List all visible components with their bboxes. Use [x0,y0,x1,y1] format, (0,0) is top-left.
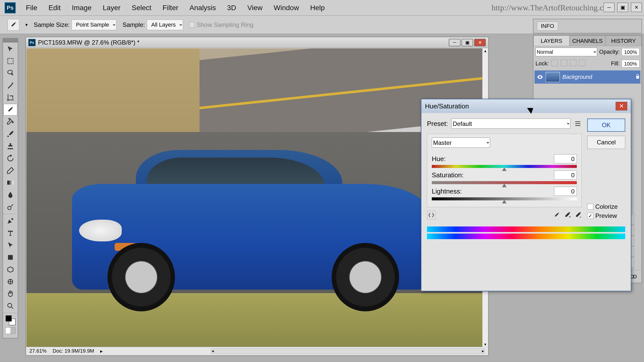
preview-checkbox[interactable]: ✓ [587,213,593,219]
menu-window[interactable]: Window [268,4,305,12]
doc-size-readout: Doc: 19.9M/19.9M [53,348,94,354]
win-close-icon[interactable]: ✕ [631,3,642,12]
slider-group: Master Hue: 0 Saturation: 0 [427,134,582,207]
color-swatches[interactable] [5,315,15,325]
channel-dropdown[interactable]: Master [432,138,490,148]
doc-restore-icon[interactable]: ▣ [461,39,473,46]
hue-value[interactable]: 0 [554,154,577,163]
menu-bar: Ps File Edit Image Layer Select Filter A… [0,0,644,16]
doc-close-icon[interactable]: ✕ [474,39,486,46]
gradient-tool-icon[interactable] [4,177,17,188]
lightness-value[interactable]: 0 [554,187,577,196]
eyedropper-plus-icon[interactable] [564,212,571,219]
blur-tool-icon[interactable] [4,189,17,201]
eyedropper-tool-icon[interactable] [4,104,17,116]
menu-filter[interactable]: Filter [157,4,184,12]
doc-minimize-icon[interactable]: ─ [449,39,460,46]
menu-edit[interactable]: Edit [43,4,66,12]
show-sampling-ring-checkbox[interactable] [189,22,195,28]
preview-label: Preview [595,212,617,219]
menu-3d[interactable]: 3D [222,4,242,12]
colorize-checkbox[interactable] [587,204,593,210]
win-minimize-icon[interactable]: ─ [603,3,615,12]
document-canvas[interactable] [26,48,482,347]
preset-label: Preset: [427,120,448,128]
healing-tool-icon[interactable] [4,116,17,128]
marquee-tool-icon[interactable] [4,55,17,67]
lightness-slider[interactable] [432,197,577,200]
info-tab[interactable]: INFO [537,22,558,31]
shape-tool-icon[interactable] [4,252,17,263]
saturation-slider[interactable] [432,181,577,184]
type-tool-icon[interactable] [4,227,17,239]
lock-transparent-icon[interactable] [551,60,558,66]
menu-analysis[interactable]: Analysis [184,4,221,12]
menu-image[interactable]: Image [66,4,97,12]
svg-rect-1 [7,181,13,185]
layer-row-background[interactable]: Background [534,70,640,84]
hand-tool-icon[interactable] [4,288,17,300]
menu-select[interactable]: Select [126,4,157,12]
win-restore-icon[interactable]: ▣ [617,3,628,12]
info-panel[interactable]: INFO [533,19,642,33]
current-tool-eyedropper-icon[interactable] [8,19,19,31]
ok-button[interactable]: OK [587,119,625,132]
scrubby-adjust-icon[interactable] [427,211,436,219]
crop-tool-icon[interactable] [4,92,17,103]
tab-layers[interactable]: LAYERS [533,35,569,46]
lock-pixels-icon[interactable] [561,60,567,66]
eyedropper-icon[interactable] [553,212,560,219]
path-select-icon[interactable] [4,239,17,251]
3d-tool-icon[interactable] [4,264,17,275]
fill-label: Fill: [611,60,620,67]
lock-label: Lock: [535,60,549,67]
saturation-label: Saturation: [432,171,464,179]
document-statusbar: 27.61% Doc: 19.9M/19.9M ▸ [26,347,488,355]
cancel-button[interactable]: Cancel [587,136,625,149]
sample-size-dropdown[interactable]: Point Sample [71,20,116,30]
preset-dropdown[interactable]: Default [451,119,570,129]
lasso-tool-icon[interactable] [4,67,17,79]
opacity-value[interactable]: 100% [622,48,639,56]
menu-layer[interactable]: Layer [97,4,126,12]
eraser-tool-icon[interactable] [4,165,17,176]
output-spectrum-bar [427,234,625,239]
sample-dropdown[interactable]: All Layers [147,20,183,30]
zoom-readout[interactable]: 27.61% [29,348,47,354]
dodge-tool-icon[interactable] [4,201,17,213]
menu-help[interactable]: Help [305,4,330,12]
menu-file[interactable]: File [20,4,43,12]
svg-point-2 [8,206,11,209]
lock-position-icon[interactable] [570,60,576,66]
horizontal-scrollbar[interactable] [211,349,485,354]
svg-point-5 [8,303,12,307]
move-tool-icon[interactable] [4,43,17,55]
layer-lock-icon [635,74,640,80]
wand-tool-icon[interactable] [4,80,17,91]
zoom-tool-icon[interactable] [4,300,17,312]
tab-channels[interactable]: CHANNELS [569,35,605,46]
brush-tool-icon[interactable] [4,128,17,140]
document-titlebar[interactable]: Ps PICT1593.MRW @ 27.6% (RGB/8*) * ─ ▣ ✕ [26,37,488,48]
layer-visibility-eye-icon[interactable] [534,74,546,80]
input-spectrum-bar [427,226,625,232]
tab-history[interactable]: HISTORY [605,35,641,46]
toolbox [3,38,18,338]
preset-menu-icon[interactable] [574,120,582,127]
blend-mode-dropdown[interactable]: Normal [535,48,597,56]
3d-camera-icon[interactable] [4,276,17,288]
watermark-url: http://www.TheArtofRetouching.com [492,3,614,12]
history-brush-icon[interactable] [4,153,17,164]
eyedropper-minus-icon[interactable] [575,212,582,219]
dialog-titlebar[interactable]: Hue/Saturation ✕ [421,99,631,113]
stamp-tool-icon[interactable] [4,140,17,152]
fill-value[interactable]: 100% [622,60,639,67]
quick-mask-toggle-icon[interactable] [5,327,15,334]
pen-tool-icon[interactable] [4,215,17,227]
hue-slider[interactable] [432,165,577,168]
dialog-close-icon[interactable]: ✕ [616,102,627,110]
saturation-value[interactable]: 0 [554,170,577,180]
menu-view[interactable]: View [242,4,268,12]
lock-buttons[interactable] [551,60,586,68]
lock-all-icon[interactable] [579,60,585,66]
